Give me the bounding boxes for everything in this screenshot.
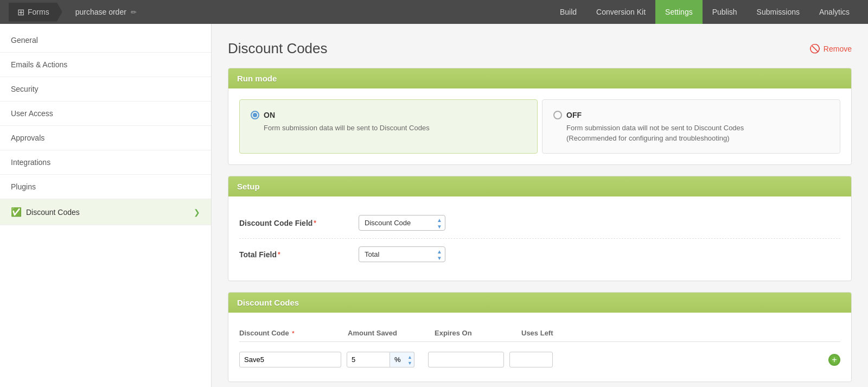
run-mode-body: ON Form submission data will be sent to … [228,88,851,164]
amount-input[interactable] [347,352,390,367]
sidebar-item-general[interactable]: General [0,28,211,53]
forms-label: Forms [28,8,49,16]
sidebar-item-label: Discount Codes [26,208,80,217]
sidebar-item-discount-codes[interactable]: ✅ Discount Codes ❯ [0,199,211,225]
expires-input[interactable] [428,352,504,367]
code-required: * [292,330,294,337]
select-discount-code-field[interactable]: Discount CodeOther Field [359,215,445,231]
page-header: Discount Codes 🚫 Remove [228,40,852,57]
run-mode-header: Run mode [228,68,851,88]
top-nav: ⊞ Forms purchase order ✏ BuildConversion… [0,0,868,24]
tab-submissions[interactable]: Submissions [747,0,809,24]
run-mode-on[interactable]: ON Form submission data will be sent to … [239,99,538,154]
setup-label-discount-code-field: Discount Code Field* [239,219,359,227]
breadcrumb: purchase order ✏ [62,3,145,21]
chevron-right-icon: ❯ [194,208,200,217]
setup-body: Discount Code Field*Discount CodeOther F… [228,196,851,281]
discount-code-input[interactable] [239,352,341,367]
sidebar-item-label: Approvals [11,134,44,142]
off-radio-button[interactable] [553,111,562,119]
sidebar-item-label: User Access [11,109,53,118]
edit-icon[interactable]: ✏ [131,8,137,16]
tab-build[interactable]: Build [550,0,586,24]
remove-icon: 🚫 [809,43,820,54]
on-radio-row: ON [251,111,526,119]
sidebar-item-label: General [11,36,38,45]
page-title: Discount Codes [228,40,328,57]
dc-table-header: Discount Code * Amount Saved Expires On … [239,323,840,342]
amount-unit-select[interactable]: % $ [390,352,414,367]
sidebar-item-label: Emails & Actions [11,60,67,69]
breadcrumb-text: purchase order [75,8,126,16]
setup-section: Setup Discount Code Field*Discount CodeO… [228,176,852,281]
layout: GeneralEmails & ActionsSecurityUser Acce… [0,24,868,387]
sidebar-item-label: Security [11,85,39,93]
setup-row-total-field: Total Field*TotalSubtotal▲▼ [239,239,840,270]
col-code: Discount Code * [239,329,348,337]
col-expires: Expires On [435,329,521,337]
sidebar-item-user-access[interactable]: User Access [0,101,211,126]
sidebar-item-security[interactable]: Security [0,77,211,101]
off-description: Form submission data will not be sent to… [553,124,829,132]
col-uses: Uses Left [521,329,586,337]
nav-left: ⊞ Forms purchase order ✏ [9,3,145,22]
select-total-field[interactable]: TotalSubtotal [359,246,445,262]
check-icon: ✅ [11,207,22,217]
amount-unit-wrap: % $ ▲ ▼ [390,352,414,367]
tab-conversion[interactable]: Conversion Kit [586,0,655,24]
sidebar-item-approvals[interactable]: Approvals [0,126,211,150]
sidebar-item-integrations[interactable]: Integrations [0,150,211,175]
sidebar: GeneralEmails & ActionsSecurityUser Acce… [0,24,212,387]
amount-group: % $ ▲ ▼ [347,352,423,367]
on-label: ON [264,111,275,119]
main-content: Discount Codes 🚫 Remove Run mode ON Form… [212,24,868,387]
select-wrapper-discount-code-field: Discount CodeOther Field▲▼ [359,215,445,231]
col-amount: Amount Saved [348,329,435,337]
sidebar-item-label: Integrations [11,158,50,167]
select-wrapper-total-field: TotalSubtotal▲▼ [359,246,445,262]
required-star: * [278,251,280,258]
add-icon: + [832,356,837,364]
tab-publish[interactable]: Publish [703,0,747,24]
run-mode-off[interactable]: OFF Form submission data will not be sen… [542,99,840,154]
setup-row-discount-code-field: Discount Code Field*Discount CodeOther F… [239,207,840,239]
forms-button[interactable]: ⊞ Forms [9,3,62,22]
remove-label: Remove [824,45,852,53]
run-mode-section: Run mode ON Form submission data will be… [228,68,852,165]
sidebar-item-label: Plugins [11,182,36,191]
add-row-button[interactable]: + [828,354,840,366]
tab-analytics[interactable]: Analytics [809,0,859,24]
discount-codes-section: Discount Codes Discount Code * Amount Sa… [228,292,852,382]
table-row: % $ ▲ ▼ + [239,348,840,371]
run-mode-options: ON Form submission data will be sent to … [239,99,840,154]
tab-settings[interactable]: Settings [655,0,703,24]
sidebar-item-emails-actions[interactable]: Emails & Actions [0,53,211,77]
uses-input[interactable] [509,352,553,367]
off-radio-row: OFF [553,111,829,119]
on-description: Form submission data will be sent to Dis… [251,124,526,132]
nav-tabs: BuildConversion KitSettingsPublishSubmis… [550,0,859,24]
discount-codes-body: Discount Code * Amount Saved Expires On … [228,313,851,382]
required-star: * [314,219,316,227]
remove-button[interactable]: 🚫 Remove [809,43,852,54]
setup-label-total-field: Total Field* [239,250,359,259]
setup-header: Setup [228,176,851,196]
grid-icon: ⊞ [17,7,24,17]
off-label: OFF [566,111,582,119]
discount-codes-header: Discount Codes [228,293,851,313]
sidebar-active-left: ✅ Discount Codes [11,207,80,217]
on-radio-button[interactable] [251,111,259,119]
sidebar-item-plugins[interactable]: Plugins [0,175,211,199]
off-description-2: (Recommended for configuring and trouble… [553,134,829,142]
